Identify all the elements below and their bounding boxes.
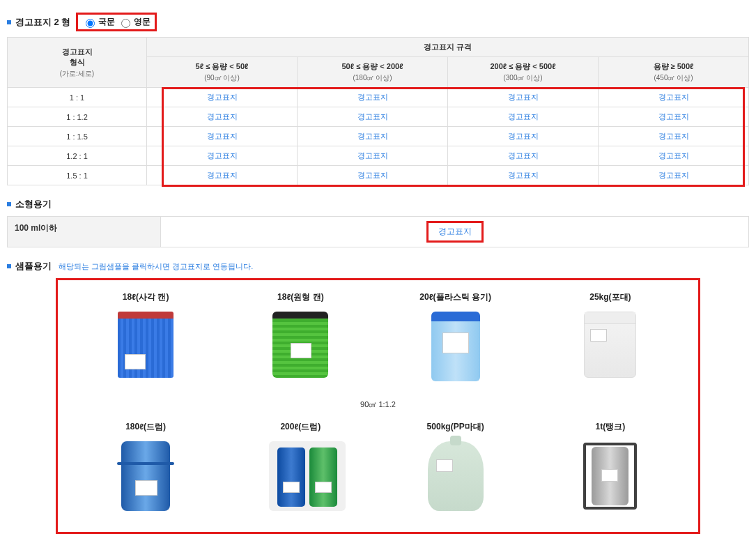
header-col-2: 200ℓ ≤ 용량 < 500ℓ (300㎠ 이상) <box>448 57 599 88</box>
radio-korean-label: 국문 <box>98 16 115 28</box>
header-format-line1: 경고표지 <box>62 47 93 56</box>
radio-english-input[interactable] <box>121 19 130 28</box>
warning-label-link-cell: 경고표지 <box>448 107 599 127</box>
warning-label-link[interactable]: 경고표지 <box>658 132 689 140</box>
table-row: 1 : 1.5경고표지경고표지경고표지경고표지 <box>8 127 749 146</box>
section-title-sample-container: 샘플용기 해당되는 그림샘플을 클릭하시면 경고표지로 연동됩니다. <box>7 260 749 273</box>
container-bag-icon <box>579 312 642 388</box>
section-label: 샘플용기 <box>15 260 52 273</box>
sample-label: 18ℓ(원형 캔) <box>229 291 371 303</box>
warning-label-link-cell: 경고표지 <box>147 88 298 107</box>
table-row: 1.2 : 1경고표지경고표지경고표지경고표지 <box>8 146 749 166</box>
radio-korean-input[interactable] <box>86 19 95 28</box>
sample-row-2: 180ℓ(드럼) 200ℓ(드럼) 500kg(PP마대) 1t(탱크) <box>72 417 684 525</box>
warning-label-link-cell: 경고표지 <box>298 107 448 127</box>
table-row: 1 : 1경고표지경고표지경고표지경고표지 <box>8 88 749 107</box>
sample-label: 18ℓ(사각 캔) <box>75 291 217 303</box>
sample-25kg-bag[interactable]: 25kg(포대) <box>537 287 684 395</box>
section-title-small-container: 소형용기 <box>7 198 749 211</box>
container-tank-icon <box>579 441 642 518</box>
warning-label-link[interactable]: 경고표지 <box>508 151 539 160</box>
radio-korean[interactable]: 국문 <box>82 16 115 28</box>
sample-1t-tank[interactable]: 1t(탱크) <box>537 417 684 525</box>
sample-mid-caption: 90㎠ 1:1.2 <box>72 395 684 417</box>
header-col-2-sub: (300㎠ 이상) <box>451 73 595 83</box>
sample-grid: 18ℓ(사각 캔) 18ℓ(원형 캔) 20ℓ(플라스틱 용기) 25kg(포대… <box>56 278 700 534</box>
warning-label-link-cell: 경고표지 <box>599 88 749 107</box>
container-round-can-icon <box>269 312 332 388</box>
warning-label-link[interactable]: 경고표지 <box>658 151 689 160</box>
warning-label-link-cell: 경고표지 <box>448 88 599 107</box>
warning-label-link[interactable]: 경고표지 <box>508 112 539 121</box>
radio-english[interactable]: 영문 <box>118 16 151 28</box>
warning-label-link[interactable]: 경고표지 <box>658 171 689 179</box>
sample-18l-round-can[interactable]: 18ℓ(원형 캔) <box>226 287 374 395</box>
warning-label-link-cell: 경고표지 <box>298 88 448 107</box>
ratio-cell: 1 : 1 <box>8 88 147 107</box>
sample-200l-drum[interactable]: 200ℓ(드럼) <box>226 417 374 525</box>
sample-label: 20ℓ(플라스틱 용기) <box>385 291 527 303</box>
warning-label-link-cell: 경고표지 <box>298 166 448 185</box>
small-container-label: 100 ml이하 <box>8 217 161 247</box>
radio-english-label: 영문 <box>134 16 151 28</box>
warning-label-link-cell: 경고표지 <box>147 127 298 146</box>
warning-label-link-cell: 경고표지 <box>448 127 599 146</box>
warning-label-link-cell: 경고표지 <box>147 146 298 166</box>
warning-label-link[interactable]: 경고표지 <box>508 171 539 179</box>
small-container-link-cell: 경고표지 <box>161 217 748 247</box>
ratio-cell: 1 : 1.2 <box>8 107 147 127</box>
spec-table: 경고표지 형식 (가로:세로) 경고표지 규격 5ℓ ≤ 용량 < 50ℓ (9… <box>7 37 749 185</box>
header-col-3-main: 용량 ≥ 500ℓ <box>654 62 694 70</box>
section-title-warning-label-2: 경고표지 2 형 국문 영문 <box>7 13 749 31</box>
warning-label-link[interactable]: 경고표지 <box>207 93 238 101</box>
sample-500kg-pp-bag[interactable]: 500kg(PP마대) <box>382 417 530 525</box>
warning-label-link-cell: 경고표지 <box>298 146 448 166</box>
warning-label-link[interactable]: 경고표지 <box>357 151 388 160</box>
sample-180l-drum[interactable]: 180ℓ(드럼) <box>72 417 219 525</box>
sample-label: 200ℓ(드럼) <box>229 421 371 433</box>
warning-label-link-cell: 경고표지 <box>298 127 448 146</box>
warning-label-link[interactable]: 경고표지 <box>357 171 388 179</box>
spec-table-container: 경고표지 형식 (가로:세로) 경고표지 규격 5ℓ ≤ 용량 < 50ℓ (9… <box>7 37 749 185</box>
header-col-1-sub: (180㎠ 이상) <box>300 73 445 83</box>
container-plastic-icon <box>424 312 487 388</box>
container-square-can-icon <box>114 312 177 388</box>
header-format-line2: 형식 <box>70 58 85 66</box>
header-col-0-sub: (90㎠ 이상) <box>150 73 294 83</box>
sample-label: 25kg(포대) <box>539 291 681 303</box>
warning-label-link[interactable]: 경고표지 <box>508 132 539 140</box>
warning-label-link[interactable]: 경고표지 <box>508 93 539 101</box>
table-row: 1.5 : 1경고표지경고표지경고표지경고표지 <box>8 166 749 185</box>
language-radio-group: 국문 영문 <box>76 13 157 31</box>
sample-20l-plastic[interactable]: 20ℓ(플라스틱 용기) <box>382 287 530 395</box>
warning-label-link-cell: 경고표지 <box>448 166 599 185</box>
header-format-sub: (가로:세로) <box>10 69 144 79</box>
warning-label-link-cell: 경고표지 <box>599 146 749 166</box>
small-container-link[interactable]: 경고표지 <box>426 221 484 243</box>
warning-label-link[interactable]: 경고표지 <box>207 132 238 140</box>
warning-label-link[interactable]: 경고표지 <box>207 151 238 160</box>
section-label: 경고표지 2 형 <box>15 16 70 29</box>
section-helper: 해당되는 그림샘플을 클릭하시면 경고표지로 연동됩니다. <box>59 261 253 272</box>
warning-label-link[interactable]: 경고표지 <box>658 93 689 101</box>
header-spec-group: 경고표지 규격 <box>147 38 749 57</box>
sample-18l-square-can[interactable]: 18ℓ(사각 캔) <box>72 287 219 395</box>
warning-label-link-cell: 경고표지 <box>599 166 749 185</box>
warning-label-link[interactable]: 경고표지 <box>207 112 238 121</box>
warning-label-link[interactable]: 경고표지 <box>207 171 238 179</box>
warning-label-link[interactable]: 경고표지 <box>658 112 689 121</box>
sample-section: 18ℓ(사각 캔) 18ℓ(원형 캔) 20ℓ(플라스틱 용기) 25kg(포대… <box>7 278 749 534</box>
warning-label-link[interactable]: 경고표지 <box>357 93 388 101</box>
small-container-row: 100 ml이하 경고표지 <box>7 216 749 247</box>
container-drum-blue-icon <box>114 441 177 518</box>
sample-label: 500kg(PP마대) <box>385 421 527 433</box>
ratio-cell: 1 : 1.5 <box>8 127 147 146</box>
warning-label-link[interactable]: 경고표지 <box>357 132 388 140</box>
warning-label-link[interactable]: 경고표지 <box>357 112 388 121</box>
warning-label-link-cell: 경고표지 <box>448 146 599 166</box>
sample-label: 1t(탱크) <box>539 421 681 433</box>
bullet-icon <box>7 202 11 206</box>
sample-label: 180ℓ(드럼) <box>75 421 217 433</box>
bullet-icon <box>7 264 11 268</box>
warning-label-link-cell: 경고표지 <box>599 107 749 127</box>
